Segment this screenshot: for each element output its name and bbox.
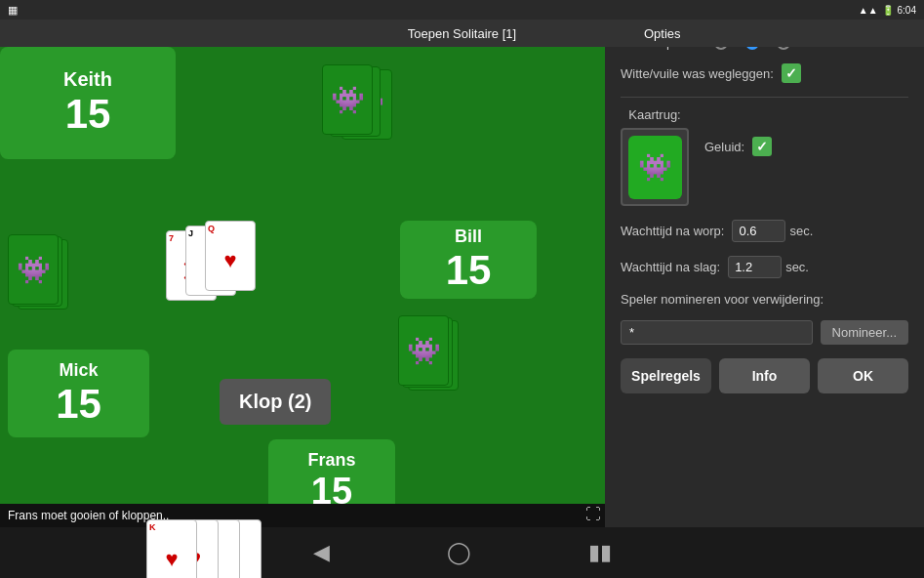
options-panel: Aantal spelers: 3 4 5 Witte/vuile was we… (605, 20, 924, 527)
spelregels-button[interactable]: Spelregels (621, 358, 711, 393)
keith-name: Keith (63, 68, 112, 91)
bill-panel: Bill 15 (400, 221, 537, 299)
frans-card-k: K ♥ (146, 519, 197, 578)
kaartrug-monster: 👾 (628, 136, 682, 199)
bill-score: 15 (446, 247, 492, 294)
wachttijd-slag-row: Wachttijd na slag: sec. (621, 256, 908, 278)
time-display: 6:04 (898, 5, 916, 16)
top-bar: Toepen Solitaire [1] Opties (0, 20, 924, 47)
wachttijd-worp-sec: sec. (789, 224, 813, 238)
battery-icon: 🔋 (882, 5, 894, 16)
bill-card-0: 👾 (398, 315, 449, 386)
status-bar: ▦ ▲▲ 🔋 6:04 (0, 0, 924, 20)
kaartrug-geluid-row: Kaartrug: 👾 Geluid: (621, 107, 908, 206)
kaartrug-col: Kaartrug: 👾 (621, 107, 689, 206)
game-area: Keith 15 👾 👾 👾 👾 👾 👾 Mick 15 (0, 47, 605, 527)
nominate-row: Nomineer... (621, 320, 908, 345)
game-title: Toepen Solitaire [1] (408, 26, 516, 41)
keith-card-0: 👾 (322, 64, 373, 135)
nav-bar: ◀ ◯ ▮▮ (0, 527, 924, 578)
keith-score: 15 (65, 91, 111, 138)
recent-button[interactable]: ▮▮ (588, 540, 612, 565)
bottom-status-bar: Frans moet gooien of kloppen.. (0, 504, 605, 527)
speler-nomineren-label: Speler nomineren voor verwijdering: (621, 292, 824, 307)
center-card-q: Q ♥ (205, 221, 256, 291)
wachttijd-slag-input[interactable] (728, 256, 782, 278)
mick-card-0: 👾 (8, 234, 59, 305)
kaartrug-box[interactable]: 👾 (621, 128, 689, 206)
wachttijd-slag-label: Wachttijd na slag: (621, 260, 720, 274)
nominate-input[interactable] (621, 320, 813, 345)
options-title: Opties (644, 26, 681, 41)
bill-name: Bill (455, 227, 482, 247)
wachttijd-slag-sec: sec. (785, 260, 809, 274)
wachttijd-worp-input[interactable] (732, 220, 785, 242)
wachttijd-worp-label: Wachttijd na worp: (621, 224, 724, 238)
divider (621, 97, 908, 98)
klop-button[interactable]: Klop (2) (220, 379, 331, 425)
back-button[interactable]: ◀ (313, 540, 330, 565)
geluid-checkbox[interactable] (752, 137, 772, 156)
witte-vuile-row: Witte/vuile was wegleggen: (621, 63, 908, 83)
android-icon: ▦ (8, 4, 18, 17)
nomineer-button[interactable]: Nomineer... (821, 320, 908, 345)
geluid-label: Geluid: (704, 140, 744, 154)
frans-name: Frans (307, 450, 355, 471)
keith-panel: Keith 15 (0, 47, 176, 159)
status-message: Frans moet gooien of kloppen.. (8, 509, 169, 522)
wachttijd-worp-row: Wachttijd na worp: sec. (621, 220, 908, 242)
witte-vuile-checkbox[interactable] (782, 63, 801, 83)
witte-vuile-label: Witte/vuile was wegleggen: (621, 66, 774, 81)
mick-score: 15 (56, 381, 101, 428)
kaartrug-label: Kaartrug: (628, 107, 680, 122)
center-cards: Q ♥ J ♠ 7 ♦ ♦♦ (166, 221, 361, 387)
speler-nomineren-row: Speler nomineren voor verwijdering: (621, 292, 908, 307)
mick-name: Mick (59, 360, 98, 381)
home-button[interactable]: ◯ (447, 540, 471, 565)
geluid-col: Geluid: (704, 137, 772, 156)
mick-panel: Mick 15 (8, 350, 149, 437)
ok-button[interactable]: OK (818, 358, 908, 393)
info-button[interactable]: Info (719, 358, 810, 393)
options-buttons: Spelregels Info OK (621, 358, 908, 393)
signal-icon: ▲▲ (859, 5, 878, 16)
